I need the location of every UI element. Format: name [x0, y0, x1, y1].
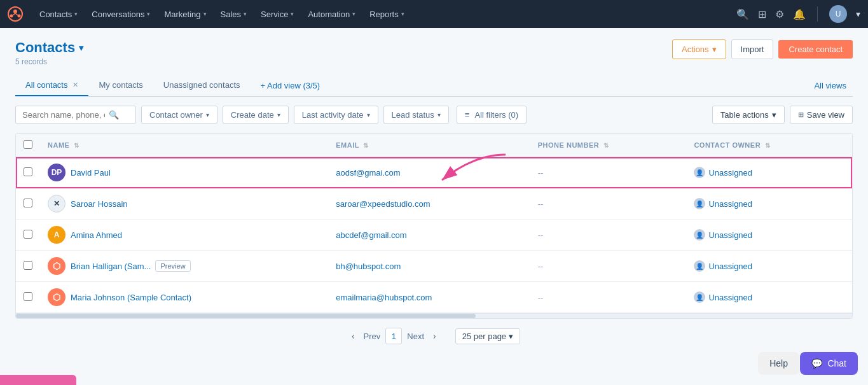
sort-icon[interactable]: ⇅ [74, 142, 79, 149]
contact-owner[interactable]: 👤Unassigned [694, 291, 844, 303]
row-checkbox[interactable] [24, 261, 32, 270]
sort-icon[interactable]: ⇅ [603, 142, 609, 149]
pagination-row: ‹ Prev 1 Next › 25 per page ▾ [15, 319, 853, 349]
chevron-down-icon: ▾ [206, 111, 209, 118]
prev-page-button[interactable]: ‹ [348, 330, 359, 342]
contact-name[interactable]: David Paul [71, 168, 111, 178]
title-dropdown-icon[interactable]: ▾ [79, 43, 83, 53]
contact-email[interactable]: aodsf@gmai.com [336, 168, 400, 178]
contact-owner-cell: 👤Unassigned [686, 251, 852, 282]
nav-reports[interactable]: Reports ▾ [363, 6, 411, 23]
nav-divider [817, 6, 818, 22]
table-row: ⬡Brian Halligan (Sam...Previewbh@hubspot… [16, 251, 852, 282]
preview-badge[interactable]: Preview [155, 260, 190, 272]
chevron-down-icon: ▾ [712, 45, 717, 54]
contact-name[interactable]: Maria Johnson (Sample Contact) [71, 293, 191, 302]
save-view-button[interactable]: ⊞ Save view [790, 106, 853, 124]
svg-point-1 [13, 10, 17, 13]
row-checkbox[interactable] [24, 167, 32, 176]
notifications-icon[interactable]: 🔔 [793, 8, 806, 20]
per-page-selector[interactable]: 25 per page ▾ [455, 328, 520, 344]
all-views-button[interactable]: All views [808, 76, 853, 95]
current-page[interactable]: 1 [385, 328, 402, 344]
contact-owner[interactable]: 👤Unassigned [694, 198, 844, 209]
lead-status-filter[interactable]: Lead status ▾ [383, 106, 449, 124]
create-date-filter[interactable]: Create date ▾ [223, 106, 289, 124]
tab-close-icon[interactable]: ✕ [72, 81, 78, 89]
help-button[interactable]: Help [758, 352, 799, 361]
user-icon: 👤 [694, 198, 705, 209]
contacts-table-container: NAME ⇅ EMAIL ⇅ PHONE NUMBER ⇅ CONTACT OW… [15, 133, 853, 319]
avatar: ✕ [48, 195, 65, 213]
contact-owner[interactable]: 👤Unassigned [694, 260, 844, 272]
add-view-button[interactable]: + Add view (3/5) [254, 76, 327, 95]
select-all-checkbox[interactable] [24, 140, 32, 149]
contact-owner[interactable]: 👤Unassigned [694, 229, 844, 241]
nav-sales[interactable]: Sales ▾ [214, 6, 254, 23]
search-icon: 🔍 [109, 110, 119, 120]
contact-owner[interactable]: 👤Unassigned [694, 167, 844, 178]
nav-conversations[interactable]: Conversations ▾ [85, 6, 156, 23]
row-checkbox[interactable] [24, 230, 32, 239]
tab-my-contacts[interactable]: My contacts [88, 75, 153, 96]
contact-owner-filter[interactable]: Contact owner ▾ [141, 106, 217, 124]
chevron-down-icon: ▾ [277, 111, 280, 118]
contact-email[interactable]: abcdef@gmail.com [336, 230, 406, 240]
contact-email[interactable]: emailmaria@hubspot.com [336, 293, 432, 302]
contact-email[interactable]: saroar@xpeedstudio.com [336, 199, 430, 209]
tabs-row: All contacts ✕ My contacts Unassigned co… [15, 75, 853, 97]
svg-line-5 [13, 13, 15, 15]
last-activity-filter[interactable]: Last activity date ▾ [294, 106, 378, 124]
row-checkbox-cell [16, 188, 40, 220]
grid-icon[interactable]: ⊞ [758, 8, 766, 20]
tab-unassigned-contacts[interactable]: Unassigned contacts [153, 75, 251, 96]
all-filters-button[interactable]: ≡ All filters (0) [457, 106, 527, 124]
avatar[interactable]: U [829, 5, 847, 23]
tab-all-contacts[interactable]: All contacts ✕ [15, 75, 88, 96]
actions-button[interactable]: Actions ▾ [672, 39, 726, 59]
chat-button[interactable]: 💬 Chat [800, 352, 858, 361]
contact-name[interactable]: Amina Ahmed [71, 230, 122, 240]
contact-phone-cell: -- [530, 220, 687, 251]
contact-email-cell: bh@hubspot.com [328, 251, 530, 282]
search-icon[interactable]: 🔍 [736, 8, 749, 20]
table-body: DPDavid Paulaodsf@gmai.com--👤Unassigned✕… [16, 157, 852, 313]
contact-email[interactable]: bh@hubspot.com [336, 262, 401, 271]
contact-name[interactable]: Saroar Hossain [71, 199, 128, 209]
import-button[interactable]: Import [731, 39, 774, 59]
page-title-group: Contacts ▾ 5 records [15, 39, 83, 66]
contact-email-cell: saroar@xpeedstudio.com [328, 188, 530, 220]
horizontal-scrollbar[interactable] [16, 313, 852, 318]
col-name: NAME ⇅ [40, 134, 328, 157]
avatar: ⬡ [48, 288, 65, 306]
row-checkbox[interactable] [24, 199, 32, 207]
avatar: DP [48, 164, 65, 181]
contact-name[interactable]: Brian Halligan (Sam... [71, 262, 151, 271]
search-input[interactable] [22, 110, 105, 120]
row-checkbox-cell [16, 251, 40, 282]
contact-email-cell: emailmaria@hubspot.com [328, 282, 530, 313]
nav-marketing[interactable]: Marketing ▾ [158, 6, 212, 23]
create-contact-button[interactable]: Create contact [778, 40, 853, 59]
chevron-down-icon[interactable]: ▾ [856, 9, 860, 19]
next-page-button[interactable]: › [429, 330, 440, 342]
hubspot-logo[interactable] [8, 6, 23, 22]
nav-menu: Contacts ▾ Conversations ▾ Marketing ▾ S… [33, 6, 736, 23]
sort-icon[interactable]: ⇅ [765, 142, 771, 149]
contact-phone-cell: -- [530, 157, 687, 188]
main-content: Contacts ▾ 5 records Actions ▾ Import Cr… [0, 28, 868, 361]
scrollbar-thumb[interactable] [16, 314, 476, 318]
contact-name-cell: ⬡Maria Johnson (Sample Contact) [40, 282, 328, 313]
row-checkbox-cell [16, 220, 40, 251]
sort-icon[interactable]: ⇅ [363, 142, 369, 149]
row-checkbox[interactable] [24, 292, 32, 301]
chat-icon: 💬 [811, 358, 822, 361]
chevron-down-icon: ▾ [437, 111, 441, 118]
table-actions-button[interactable]: Table actions ▾ [712, 106, 785, 124]
nav-service[interactable]: Service ▾ [254, 6, 300, 23]
nav-automation[interactable]: Automation ▾ [301, 6, 362, 23]
settings-icon[interactable]: ⚙ [775, 8, 784, 20]
row-checkbox-cell [16, 282, 40, 313]
nav-contacts[interactable]: Contacts ▾ [33, 6, 84, 23]
page-title: Contacts ▾ [15, 39, 83, 56]
